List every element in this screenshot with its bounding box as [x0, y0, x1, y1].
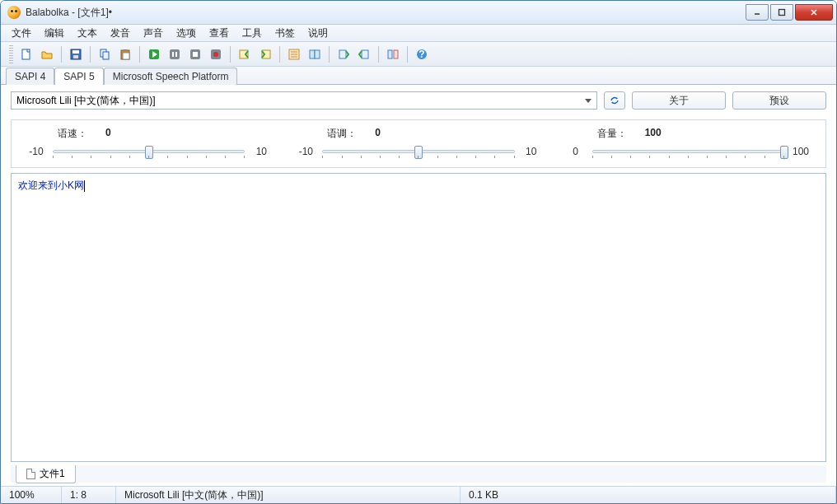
toolbar-grip [9, 45, 13, 63]
status-zoom: 100% [1, 487, 62, 503]
editor-frame: 欢迎来到小K网 [11, 173, 826, 462]
pitch-slider[interactable] [322, 144, 514, 159]
document-icon [26, 469, 35, 479]
nav-prev-icon[interactable] [334, 45, 353, 63]
book-prev-icon[interactable] [236, 45, 254, 63]
voice-select-value: Microsoft Lili [中文(简体，中国)] [16, 94, 156, 108]
save-icon[interactable] [67, 45, 85, 63]
refresh-button[interactable] [604, 91, 625, 110]
rate-min: -10 [26, 146, 46, 157]
menu-file[interactable]: 文件 [6, 25, 37, 42]
sliders-panel: 语速： 0 -10 10 语调： 0 -10 [11, 119, 826, 168]
nav-next-icon[interactable] [355, 45, 373, 63]
status-voice: Microsoft Lili [中文(简体，中国)] [116, 487, 461, 503]
copy-icon[interactable] [96, 45, 114, 63]
svg-rect-11 [124, 49, 127, 51]
volume-slider[interactable] [592, 144, 784, 159]
svg-point-20 [213, 52, 218, 57]
volume-min: 0 [566, 146, 586, 157]
close-button[interactable] [795, 4, 833, 21]
app-icon [7, 6, 21, 19]
volume-value: 100 [645, 127, 662, 141]
window-title: Balabolka - [文件1]• [26, 6, 744, 20]
toolbar-separator [90, 46, 91, 63]
play-icon[interactable] [145, 45, 163, 63]
pitch-max: 10 [521, 146, 541, 157]
toolbar-separator [139, 46, 140, 63]
chevron-down-icon [585, 99, 592, 103]
menubar: 文件 编辑 文本 发音 声音 选项 查看 工具 书签 说明 [1, 25, 836, 42]
rate-slider[interactable] [53, 144, 245, 159]
menu-bookmark[interactable]: 书签 [269, 25, 301, 42]
menu-tools[interactable]: 工具 [236, 25, 268, 42]
dict-icon[interactable] [306, 45, 324, 63]
text-caret [84, 180, 85, 192]
paste-icon[interactable] [116, 45, 134, 63]
svg-text:?: ? [418, 49, 424, 60]
svg-rect-18 [193, 52, 198, 57]
toolbar-separator [61, 46, 62, 63]
svg-rect-12 [123, 53, 129, 59]
book-next-icon[interactable] [256, 45, 274, 63]
toolbar-separator [329, 46, 330, 63]
titlebar: Balabolka - [文件1]• [1, 1, 836, 25]
svg-rect-7 [73, 55, 78, 58]
rate-slider-group: 语速： 0 -10 10 [26, 127, 271, 159]
editor-text: 欢迎来到小K网 [18, 180, 84, 191]
tab-msspeech[interactable]: Microsoft Speech Platform [104, 68, 238, 85]
toolbar-separator [407, 46, 408, 63]
about-button[interactable]: 关于 [632, 91, 726, 110]
volume-label: 音量： [597, 127, 627, 141]
svg-rect-30 [362, 50, 368, 58]
svg-rect-29 [339, 50, 346, 58]
menu-edit[interactable]: 编辑 [39, 25, 70, 42]
maximize-button[interactable] [770, 4, 793, 21]
record-icon[interactable] [207, 45, 225, 63]
api-tabs: SAPI 4 SAPI 5 Microsoft Speech Platform [1, 67, 836, 85]
minimize-button[interactable] [746, 4, 769, 21]
svg-rect-9 [103, 52, 109, 59]
menu-help[interactable]: 说明 [302, 25, 334, 42]
status-size: 0.1 KB [461, 487, 836, 503]
svg-rect-27 [310, 50, 315, 58]
menu-options[interactable]: 选项 [171, 25, 202, 42]
preset-button[interactable]: 预设 [732, 91, 826, 110]
text-editor[interactable]: 欢迎来到小K网 [12, 174, 825, 461]
menu-view[interactable]: 查看 [203, 25, 235, 42]
document-tab[interactable]: 文件1 [16, 465, 76, 483]
help-icon[interactable]: ? [413, 45, 431, 63]
statusbar: 100% 1: 8 Microsoft Lili [中文(简体，中国)] 0.1… [1, 486, 836, 503]
voice-select[interactable]: Microsoft Lili [中文(简体，中国)] [11, 91, 597, 110]
svg-rect-28 [315, 50, 320, 58]
svg-rect-14 [170, 49, 180, 59]
page-icon[interactable] [285, 45, 303, 63]
open-folder-icon[interactable] [38, 45, 56, 63]
pitch-min: -10 [296, 146, 316, 157]
new-file-icon[interactable] [17, 45, 35, 63]
svg-rect-6 [72, 50, 79, 54]
window-controls [744, 4, 833, 21]
pause-icon[interactable] [166, 45, 184, 63]
menu-voice[interactable]: 声音 [138, 25, 169, 42]
status-position: 1: 8 [62, 487, 116, 503]
volume-slider-group: 音量： 100 0 100 [566, 127, 811, 159]
toolbar-separator [230, 46, 231, 63]
tab-sapi5[interactable]: SAPI 5 [54, 68, 103, 85]
svg-rect-16 [175, 52, 177, 57]
pitch-value: 0 [375, 127, 381, 141]
menu-speak[interactable]: 发音 [105, 25, 136, 42]
document-tabs: 文件1 [11, 465, 826, 483]
pitch-label: 语调： [327, 127, 357, 141]
rate-label: 语速： [58, 127, 87, 141]
voice-panel: Microsoft Lili [中文(简体，中国)] 关于 预设 [1, 85, 836, 113]
tab-sapi4[interactable]: SAPI 4 [6, 68, 54, 85]
stop-icon[interactable] [186, 45, 204, 63]
pitch-slider-group: 语调： 0 -10 10 [296, 127, 540, 159]
toolbar: ? [1, 42, 836, 67]
toolbar-separator [279, 46, 280, 63]
svg-rect-4 [22, 49, 30, 59]
split-icon[interactable] [384, 45, 402, 63]
menu-text[interactable]: 文本 [72, 25, 103, 42]
rate-value: 0 [105, 127, 111, 141]
document-tab-label: 文件1 [40, 467, 65, 481]
